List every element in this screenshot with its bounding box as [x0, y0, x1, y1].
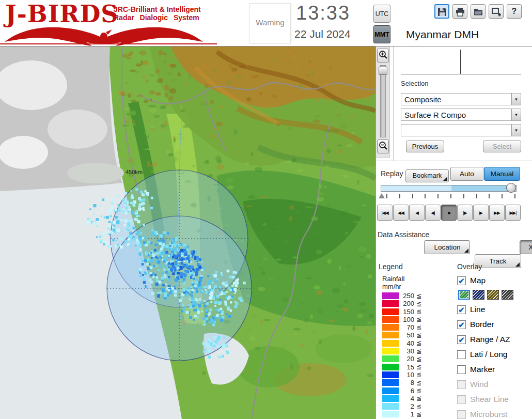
legend-scale: 250≦200≦150≦100≦70≦50≦40≦30≦20≦15≦10≦8≦6… — [382, 292, 456, 417]
mmt-button[interactable]: MMT — [373, 25, 390, 43]
overlay-label: Wind — [470, 380, 488, 389]
slider-tick — [463, 194, 464, 198]
logo-subtitle-line1: JRC-Brilliant & Intelligent — [114, 5, 201, 13]
slider-tick — [476, 194, 477, 198]
utc-button[interactable]: UTC — [373, 5, 390, 23]
help-button[interactable]: ? — [507, 4, 522, 19]
playback-step-forward-button[interactable]: ▶ — [473, 205, 489, 221]
slider-tick — [386, 194, 387, 198]
location-button[interactable]: Location — [424, 240, 470, 254]
checkbox[interactable]: ✔ — [457, 305, 466, 314]
x-section-button[interactable]: X-Section — [520, 240, 532, 254]
legend-color-swatch — [382, 395, 399, 402]
save-button[interactable] — [434, 4, 449, 19]
auto-mode-button[interactable]: Auto — [450, 167, 483, 181]
overlay-item-marker[interactable]: Marker — [457, 364, 532, 375]
radar-map[interactable]: 450km — [0, 46, 375, 419]
station-info-underline — [401, 74, 521, 74]
legend-color-swatch — [382, 364, 399, 370]
legend-row: 150≦ — [382, 308, 456, 315]
playback-jump-last-button[interactable]: ▶▶| — [505, 205, 521, 221]
playback-fast-forward-button[interactable]: ▶▶ — [489, 205, 505, 221]
overlay-item-map[interactable]: ✔Map — [457, 275, 532, 286]
playback-fast-rewind-button[interactable]: ◀◀ — [393, 205, 409, 221]
legend-panel: Legend Rainfall mm/hr 250≦200≦150≦100≦70… — [379, 262, 456, 419]
checkbox[interactable]: ✔ — [457, 335, 466, 344]
legend-row: 1≦ — [382, 411, 456, 417]
less-equal-symbol: ≦ — [416, 371, 421, 378]
checkbox[interactable]: ✔ — [457, 276, 466, 285]
legend-color-swatch — [382, 332, 399, 338]
composite-dropdown[interactable]: Composite ▼ — [401, 93, 521, 105]
overlay-item-line[interactable]: ✔Line — [457, 304, 532, 315]
zoom-slider-track[interactable] — [380, 65, 386, 137]
capture-export-button[interactable] — [489, 4, 504, 19]
zoom-controls — [376, 46, 390, 158]
legend-value: 8 — [400, 379, 414, 386]
checkbox[interactable] — [457, 350, 466, 359]
legend-value: 250 — [400, 292, 414, 300]
overlay-label: Map — [470, 276, 486, 285]
legend-units-line2: mm/hr — [382, 283, 456, 290]
bookmark-button[interactable]: Bookmark — [405, 169, 449, 182]
legend-color-swatch — [382, 348, 399, 354]
zoom-slider-handle[interactable] — [379, 67, 387, 75]
zoom-in-button[interactable] — [377, 49, 389, 63]
overlay-label: Border — [470, 320, 494, 329]
playback-play-reverse-button[interactable]: ◀| — [425, 205, 441, 221]
replay-slider-ticks — [386, 194, 515, 199]
previous-button[interactable]: Previous — [406, 141, 444, 152]
chevron-down-icon[interactable]: ▼ — [511, 94, 521, 105]
slider-tick — [502, 194, 503, 198]
overlay-title: Overlay — [457, 262, 532, 271]
dropdown-value: Surface R Compo — [401, 111, 511, 119]
chevron-down-icon[interactable]: ▼ — [511, 125, 521, 136]
playback-play-forward-button[interactable]: |▶ — [457, 205, 473, 221]
overlay-item-range-az[interactable]: ✔Range / AZ — [457, 334, 532, 345]
zoom-out-button[interactable] — [377, 139, 389, 153]
manual-mode-button[interactable]: Manual — [484, 167, 520, 181]
checkbox — [457, 395, 466, 404]
legend-row: 50≦ — [382, 332, 456, 338]
jbirds-application: J-BIRDS JRC-Brilliant & Intelligent Rada… — [0, 0, 532, 419]
playback-jump-first-button[interactable]: |◀◀ — [377, 205, 393, 221]
range-ring-label: 450km — [126, 169, 143, 175]
checkbox — [457, 380, 466, 389]
map-color-swatch-0[interactable] — [458, 290, 470, 300]
replay-timeline-slider[interactable] — [381, 185, 517, 192]
clock-date: 22 Jul 2024 — [294, 28, 351, 40]
floppy-disk-icon — [437, 7, 447, 17]
checkbox[interactable] — [457, 365, 466, 374]
overlay-item-lati-long[interactable]: Lati / Long — [457, 349, 532, 360]
print-button[interactable] — [452, 4, 467, 19]
map-color-swatch-2[interactable] — [487, 290, 499, 300]
overlay-label: Marker — [470, 365, 495, 374]
checkbox[interactable]: ✔ — [457, 320, 466, 329]
overlay-label: Microburst — [470, 410, 507, 419]
playback-stop-button[interactable]: ■ — [441, 205, 457, 221]
replay-slider-handle[interactable] — [506, 183, 516, 193]
overlay-label: Shear Line — [470, 395, 509, 404]
printer-icon — [455, 7, 465, 17]
less-equal-symbol: ≦ — [416, 363, 421, 370]
open-folder-button[interactable] — [471, 4, 486, 19]
logo-underline — [0, 43, 217, 44]
option-dropdown[interactable]: ▼ — [401, 124, 521, 136]
organization-name: Myanmar DMH — [406, 28, 479, 41]
select-button[interactable]: Select — [483, 141, 521, 152]
product-dropdown[interactable]: Surface R Compo ▼ — [401, 108, 521, 121]
playback-step-back-button[interactable]: ◀ — [409, 205, 425, 221]
map-color-swatch-3[interactable] — [502, 290, 513, 300]
legend-color-swatch — [382, 292, 399, 299]
magnifier-plus-icon — [378, 50, 388, 60]
map-color-swatch-1[interactable] — [473, 290, 484, 300]
legend-row: 8≦ — [382, 379, 456, 386]
legend-units: Rainfall mm/hr — [382, 275, 456, 290]
overlay-item-border[interactable]: ✔Border — [457, 319, 532, 330]
legend-row: 20≦ — [382, 355, 456, 362]
less-equal-symbol: ≦ — [416, 379, 421, 386]
station-info-divider — [460, 50, 461, 74]
warning-label: Warning — [250, 18, 290, 27]
control-panel: Selection Composite ▼ Surface R Compo ▼ … — [375, 46, 532, 419]
chevron-down-icon[interactable]: ▼ — [511, 109, 521, 120]
